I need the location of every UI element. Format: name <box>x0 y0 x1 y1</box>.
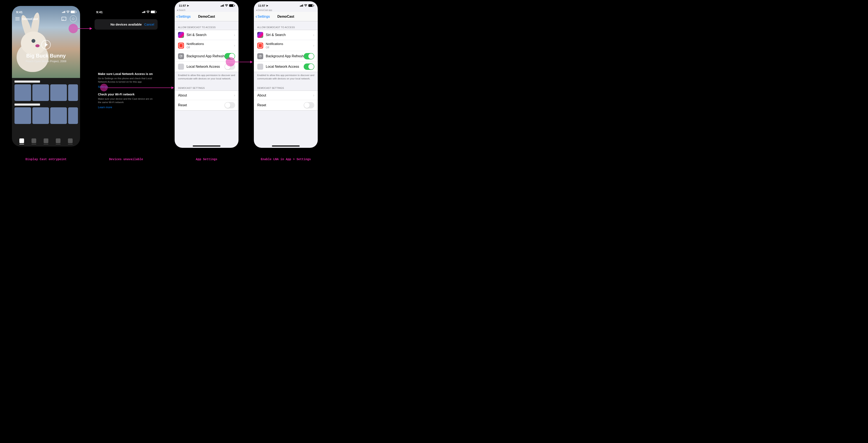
cellular-icon <box>300 4 303 7</box>
content-tile[interactable] <box>32 84 49 101</box>
allow-access-group: Siri & Search › Notifications Off › Back… <box>254 30 318 72</box>
lna-footer-text: Enabled to allow this app permission to … <box>254 72 318 82</box>
content-tile[interactable] <box>50 107 67 124</box>
status-icons <box>300 4 313 7</box>
tab-item-5[interactable] <box>68 138 73 143</box>
content-tile[interactable] <box>68 84 78 101</box>
content-tile[interactable] <box>14 84 31 101</box>
chevron-right-icon: › <box>234 93 235 98</box>
cell-reset: Reset <box>254 100 318 110</box>
tab-item-3[interactable] <box>44 138 48 143</box>
refresh-icon <box>257 53 263 59</box>
phone-app-settings-lna-on: 11:57➤ ◂DemoCast app ‹Settings DemoCast … <box>254 1 318 148</box>
tab-item-1[interactable] <box>20 138 24 143</box>
phone-democast-app: 9:41 DemoCast Big Buck Bunny Pe <box>12 6 80 147</box>
cellular-icon <box>62 11 65 13</box>
chevron-left-icon: ‹ <box>255 14 257 19</box>
shelf-title-placeholder <box>14 81 40 83</box>
reset-switch[interactable] <box>224 102 235 108</box>
democast-settings-group: About › Reset <box>254 91 318 110</box>
content-tile[interactable] <box>68 107 78 124</box>
cast-button[interactable] <box>60 15 67 22</box>
battery-icon <box>308 4 313 7</box>
chevron-right-icon: › <box>313 33 314 37</box>
content-shelf-1 <box>12 81 80 101</box>
info-heading-wifi: Check your Wi-Fi network <box>98 93 154 96</box>
breadcrumb[interactable]: ◂DemoCast app <box>254 8 318 12</box>
tab-item-4[interactable] <box>56 138 60 143</box>
status-icons <box>62 10 76 14</box>
nav-bar: ‹Settings DemoCast <box>175 12 239 21</box>
cancel-button[interactable]: Cancel <box>144 23 154 26</box>
status-time: 9:41 <box>96 10 103 14</box>
refresh-icon <box>178 53 184 59</box>
caret-left-icon: ◂ <box>177 8 178 11</box>
chevron-right-icon: › <box>234 43 235 48</box>
back-button[interactable]: ‹Settings <box>176 14 191 19</box>
location-icon: ➤ <box>187 4 189 7</box>
status-icons <box>221 4 234 7</box>
cellular-icon <box>221 4 224 7</box>
cell-bg-refresh: Background App Refresh <box>254 51 318 62</box>
content-shelf-2 <box>12 103 80 124</box>
cellular-icon <box>142 11 145 13</box>
notifications-icon <box>178 42 184 49</box>
siri-icon <box>257 32 263 38</box>
info-heading-lna: Make sure Local Network Access is on <box>98 72 154 75</box>
status-icons <box>142 10 156 14</box>
cell-lna: Local Network Access <box>175 62 239 72</box>
section-header-democast: DEMOCAST SETTINGS <box>175 82 239 91</box>
status-time: 11:57 <box>179 4 186 7</box>
tab-item-2[interactable] <box>32 138 36 143</box>
breadcrumb[interactable]: ◂Search <box>175 8 239 12</box>
reset-switch[interactable] <box>304 102 314 108</box>
content-tile[interactable] <box>32 107 49 124</box>
status-bar: 9:41 <box>92 6 160 15</box>
content-tile[interactable] <box>14 107 31 124</box>
cell-about[interactable]: About › <box>175 91 239 100</box>
hero-video-area: 9:41 DemoCast Big Buck Bunny Pe <box>12 6 80 78</box>
cell-siri[interactable]: Siri & Search › <box>175 30 239 40</box>
cell-notifications[interactable]: Notifications Off › <box>175 40 239 51</box>
back-button[interactable]: ‹Settings <box>255 14 270 19</box>
caption-4: Enable LNA in App > Settings <box>254 158 318 161</box>
siri-icon <box>178 32 184 38</box>
caret-left-icon: ◂ <box>256 8 257 11</box>
chevron-right-icon: › <box>313 43 314 48</box>
lna-footer-text: Enabled to allow this app permission to … <box>175 72 239 82</box>
video-title: Big Buck Bunny <box>12 53 80 59</box>
play-button[interactable] <box>41 40 51 50</box>
chevron-right-icon: › <box>234 33 235 37</box>
section-header-democast: DEMOCAST SETTINGS <box>254 82 318 91</box>
bg-refresh-switch[interactable] <box>304 53 314 59</box>
lna-icon <box>257 64 263 70</box>
troubleshoot-info: Make sure Local Network Access is on Go … <box>92 72 160 109</box>
wifi-icon <box>304 4 307 7</box>
chevron-left-icon: ‹ <box>176 14 178 19</box>
allow-access-group: Siri & Search › Notifications Off › Back… <box>175 30 239 72</box>
lna-switch[interactable] <box>224 63 235 70</box>
content-tile[interactable] <box>50 84 67 101</box>
cell-siri[interactable]: Siri & Search › <box>254 30 318 40</box>
status-bar: 9:41 <box>12 6 80 15</box>
battery-icon <box>229 4 234 7</box>
hamburger-menu-icon[interactable] <box>16 17 20 20</box>
status-time: 11:57 <box>258 4 265 7</box>
status-time: 9:41 <box>16 10 23 14</box>
shelf-title-placeholder <box>14 103 40 106</box>
status-bar: 11:57➤ <box>175 1 239 8</box>
section-header-allow: ALLOW DEMOCAST TO ACCESS <box>254 21 318 30</box>
cell-notifications[interactable]: Notifications Off › <box>254 40 318 51</box>
chevron-right-icon: › <box>313 93 314 98</box>
lna-switch[interactable] <box>304 63 314 70</box>
user-icon <box>72 18 74 20</box>
learn-more-link[interactable]: Learn more <box>98 106 154 109</box>
video-subtitle: Peach Open Movie Project, 2008 <box>12 60 80 63</box>
info-text-lna: Go to Settings on this phone and check t… <box>98 77 154 84</box>
cell-about[interactable]: About › <box>254 91 318 100</box>
phone-devices-dialog: 9:41 No devices available Cancel Make su… <box>92 6 160 147</box>
bg-refresh-switch[interactable] <box>224 53 235 59</box>
flow-arrow-3 <box>235 62 253 62</box>
phone-app-settings-lna-off: 11:57➤ ◂Search ‹Settings DemoCast ALLOW … <box>175 1 239 148</box>
account-button[interactable] <box>70 15 77 22</box>
